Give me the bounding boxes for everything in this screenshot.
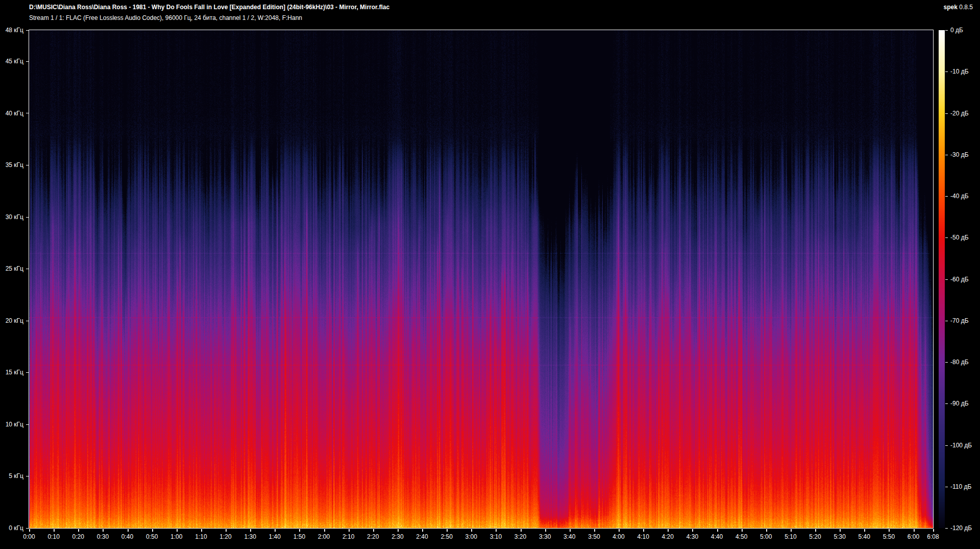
time-tick [152,529,153,532]
time-tick [521,529,522,532]
time-tick [128,529,129,532]
time-tick [422,529,423,532]
time-tick [692,529,693,532]
time-tick-label: 4:50 [736,533,747,540]
db-tick-label: -10 дБ [950,68,969,75]
db-tick [945,362,948,363]
db-tick-label: -60 дБ [950,276,969,283]
time-tick [78,529,79,532]
time-tick-label: 6:00 [908,533,919,540]
freq-tick-label: 35 кГц [0,161,23,169]
time-tick-label: 0:30 [97,533,109,540]
time-tick [791,529,792,532]
time-tick-label: 5:00 [760,533,772,540]
time-tick [496,529,497,532]
freq-tick-label: 48 кГц [0,27,23,34]
freq-tick [26,528,29,529]
app-version-label: 0.8.5 [959,4,973,11]
time-tick [742,529,743,532]
time-tick [226,529,227,532]
stream-info: Stream 1 / 1: FLAC (Free Lossless Audio … [29,14,302,21]
time-tick [766,529,767,532]
time-tick-label: 0:10 [47,533,59,540]
freq-tick [26,165,29,165]
db-tick [945,71,948,72]
time-tick [668,529,669,532]
time-tick-label: 3:00 [465,533,477,540]
time-tick [570,529,571,532]
time-tick-label: 2:30 [391,533,403,540]
time-tick [717,529,718,532]
time-tick-label: 0:20 [72,533,84,540]
time-tick [594,529,595,532]
time-tick [250,529,251,532]
time-tick [840,529,841,532]
time-tick-label: 2:20 [367,533,379,540]
freq-tick-label: 40 кГц [0,110,23,117]
time-tick [349,529,350,532]
time-tick [324,529,325,532]
db-tick-label: -30 дБ [950,151,969,158]
time-tick-label: 5:50 [883,533,895,540]
freq-tick-label: 5 кГц [0,472,23,480]
time-tick-label: 3:20 [514,533,526,540]
time-tick-label: 4:00 [612,533,624,540]
time-tick-label: 1:50 [293,533,305,540]
db-tick [945,321,948,321]
freq-tick [26,61,29,62]
time-tick-label: 1:30 [244,533,256,540]
time-tick-label: 3:40 [564,533,575,540]
time-tick [177,529,178,532]
db-tick [945,445,948,446]
time-tick-label: 2:00 [318,533,330,540]
time-tick-label: 5:30 [834,533,845,540]
time-tick-label: 0:40 [121,533,133,540]
freq-tick-label: 30 кГц [0,213,23,221]
db-tick-label: -80 дБ [950,359,969,366]
db-tick [945,113,948,114]
freq-tick-label: 25 кГц [0,265,23,272]
time-tick-label: 2:50 [440,533,452,540]
freq-tick [26,372,29,373]
time-tick [864,529,865,532]
time-tick-label: 4:20 [662,533,674,540]
spectrogram-canvas [29,30,933,528]
time-tick-label: 1:40 [269,533,281,540]
db-tick [945,403,948,404]
db-tick-label: -90 дБ [950,400,969,407]
db-tick [945,237,948,238]
time-tick [29,529,30,532]
time-tick [299,529,300,532]
db-tick-label: 0 дБ [950,27,963,34]
time-tick-label: 1:20 [219,533,231,540]
freq-tick [26,269,29,269]
time-tick-label: 1:00 [170,533,182,540]
time-tick-label: 2:40 [416,533,428,540]
app-name-label: spek [944,4,958,11]
time-tick-label: 4:30 [687,533,698,540]
time-tick-label: 4:40 [711,533,723,540]
db-tick-label: -110 дБ [950,483,971,490]
time-tick [275,529,276,532]
db-tick [945,528,948,529]
db-tick [945,279,948,280]
db-tick-label: -50 дБ [950,234,969,241]
db-tick-label: -120 дБ [950,524,972,532]
db-tick [945,30,948,31]
db-tick-label: -40 дБ [950,193,969,200]
freq-tick-label: 20 кГц [0,317,23,324]
time-tick-label: 4:10 [637,533,649,540]
time-tick-label: 5:10 [785,533,796,540]
freq-tick [26,424,29,425]
freq-tick [26,321,29,321]
db-tick [945,196,948,197]
time-tick-label: 6:08 [927,533,939,540]
db-tick [945,487,948,487]
time-tick [619,529,620,532]
freq-tick [26,476,29,476]
db-colorbar-canvas [939,30,945,528]
time-tick [447,529,448,532]
time-tick [545,529,546,532]
time-tick-label: 2:10 [342,533,354,540]
time-tick [933,529,934,532]
